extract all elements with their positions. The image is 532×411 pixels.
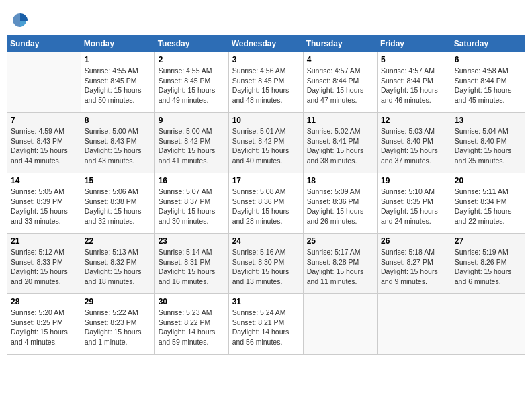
day-info: Sunrise: 5:10 AMSunset: 8:35 PMDaylight:… bbox=[381, 187, 447, 226]
day-number: 14 bbox=[11, 176, 77, 185]
calendar-cell: 27Sunrise: 5:19 AMSunset: 8:26 PMDayligh… bbox=[451, 234, 525, 294]
day-info: Sunrise: 5:00 AMSunset: 8:42 PMDaylight:… bbox=[159, 126, 225, 166]
weekday-header-tuesday: Tuesday bbox=[154, 36, 228, 52]
calendar-cell: 7Sunrise: 4:59 AMSunset: 8:43 PMDaylight… bbox=[7, 113, 81, 173]
weekday-header-monday: Monday bbox=[81, 36, 154, 52]
day-number: 21 bbox=[11, 236, 77, 246]
weekday-header-wednesday: Wednesday bbox=[228, 36, 303, 52]
day-info: Sunrise: 5:18 AMSunset: 8:27 PMDaylight:… bbox=[381, 247, 447, 287]
calendar-cell: 24Sunrise: 5:16 AMSunset: 8:30 PMDayligh… bbox=[228, 234, 303, 294]
calendar-week-row: 7Sunrise: 4:59 AMSunset: 8:43 PMDaylight… bbox=[7, 113, 525, 173]
day-number: 9 bbox=[159, 116, 225, 125]
day-number: 5 bbox=[381, 55, 447, 64]
day-number: 19 bbox=[381, 176, 447, 185]
day-info: Sunrise: 4:59 AMSunset: 8:43 PMDaylight:… bbox=[11, 126, 77, 166]
calendar-cell: 16Sunrise: 5:07 AMSunset: 8:37 PMDayligh… bbox=[154, 173, 228, 234]
day-info: Sunrise: 5:00 AMSunset: 8:43 PMDaylight:… bbox=[85, 126, 151, 166]
day-info: Sunrise: 5:12 AMSunset: 8:33 PMDaylight:… bbox=[11, 247, 77, 287]
day-number: 28 bbox=[11, 297, 77, 306]
calendar-cell: 11Sunrise: 5:02 AMSunset: 8:41 PMDayligh… bbox=[303, 113, 377, 173]
calendar-cell bbox=[451, 294, 525, 355]
day-number: 15 bbox=[85, 176, 151, 185]
calendar-cell: 17Sunrise: 5:08 AMSunset: 8:36 PMDayligh… bbox=[228, 173, 303, 234]
calendar-cell bbox=[7, 52, 81, 113]
weekday-header-friday: Friday bbox=[378, 36, 451, 52]
day-info: Sunrise: 4:57 AMSunset: 8:44 PMDaylight:… bbox=[307, 66, 373, 105]
calendar-cell: 18Sunrise: 5:09 AMSunset: 8:36 PMDayligh… bbox=[303, 173, 377, 234]
day-number: 25 bbox=[307, 236, 373, 246]
day-info: Sunrise: 5:07 AMSunset: 8:37 PMDaylight:… bbox=[159, 187, 225, 226]
day-info: Sunrise: 5:14 AMSunset: 8:31 PMDaylight:… bbox=[159, 247, 225, 287]
calendar-cell: 28Sunrise: 5:20 AMSunset: 8:25 PMDayligh… bbox=[7, 294, 81, 355]
day-info: Sunrise: 4:56 AMSunset: 8:45 PMDaylight:… bbox=[232, 66, 300, 105]
calendar-cell: 26Sunrise: 5:18 AMSunset: 8:27 PMDayligh… bbox=[378, 234, 451, 294]
calendar-cell: 10Sunrise: 5:01 AMSunset: 8:42 PMDayligh… bbox=[228, 113, 303, 173]
calendar-week-row: 1Sunrise: 4:55 AMSunset: 8:45 PMDaylight… bbox=[7, 52, 525, 113]
calendar-cell: 25Sunrise: 5:17 AMSunset: 8:28 PMDayligh… bbox=[303, 234, 377, 294]
calendar-cell bbox=[378, 294, 451, 355]
day-info: Sunrise: 5:02 AMSunset: 8:41 PMDaylight:… bbox=[307, 126, 373, 166]
calendar-table: SundayMondayTuesdayWednesdayThursdayFrid… bbox=[7, 35, 525, 355]
day-number: 7 bbox=[11, 116, 77, 125]
day-number: 24 bbox=[232, 236, 300, 246]
calendar-cell: 14Sunrise: 5:05 AMSunset: 8:39 PMDayligh… bbox=[7, 173, 81, 234]
day-info: Sunrise: 5:11 AMSunset: 8:34 PMDaylight:… bbox=[455, 187, 521, 226]
weekday-header-row: SundayMondayTuesdayWednesdayThursdayFrid… bbox=[7, 36, 525, 52]
logo-icon bbox=[11, 11, 30, 30]
calendar-cell: 4Sunrise: 4:57 AMSunset: 8:44 PMDaylight… bbox=[303, 52, 377, 113]
day-number: 4 bbox=[307, 55, 373, 64]
logo bbox=[9, 11, 30, 27]
day-number: 16 bbox=[159, 176, 225, 185]
calendar-cell: 23Sunrise: 5:14 AMSunset: 8:31 PMDayligh… bbox=[154, 234, 228, 294]
calendar-week-row: 28Sunrise: 5:20 AMSunset: 8:25 PMDayligh… bbox=[7, 294, 525, 355]
calendar-cell: 13Sunrise: 5:04 AMSunset: 8:40 PMDayligh… bbox=[451, 113, 525, 173]
day-number: 11 bbox=[307, 116, 373, 125]
day-number: 13 bbox=[455, 116, 521, 125]
calendar-cell: 30Sunrise: 5:23 AMSunset: 8:22 PMDayligh… bbox=[154, 294, 228, 355]
day-info: Sunrise: 5:05 AMSunset: 8:39 PMDaylight:… bbox=[11, 187, 77, 226]
day-number: 30 bbox=[159, 297, 225, 306]
day-number: 23 bbox=[159, 236, 225, 246]
day-number: 20 bbox=[455, 176, 521, 185]
day-info: Sunrise: 5:06 AMSunset: 8:38 PMDaylight:… bbox=[85, 187, 151, 226]
day-number: 18 bbox=[307, 176, 373, 185]
day-number: 3 bbox=[232, 55, 300, 64]
calendar-cell: 21Sunrise: 5:12 AMSunset: 8:33 PMDayligh… bbox=[7, 234, 81, 294]
calendar-cell: 20Sunrise: 5:11 AMSunset: 8:34 PMDayligh… bbox=[451, 173, 525, 234]
day-number: 27 bbox=[455, 236, 521, 246]
day-number: 26 bbox=[381, 236, 447, 246]
calendar-cell: 9Sunrise: 5:00 AMSunset: 8:42 PMDaylight… bbox=[154, 113, 228, 173]
calendar-cell: 2Sunrise: 4:55 AMSunset: 8:45 PMDaylight… bbox=[154, 52, 228, 113]
day-number: 22 bbox=[85, 236, 151, 246]
calendar-cell: 3Sunrise: 4:56 AMSunset: 8:45 PMDaylight… bbox=[228, 52, 303, 113]
day-info: Sunrise: 5:01 AMSunset: 8:42 PMDaylight:… bbox=[232, 126, 300, 166]
day-info: Sunrise: 5:20 AMSunset: 8:25 PMDaylight:… bbox=[11, 308, 77, 347]
day-info: Sunrise: 5:03 AMSunset: 8:40 PMDaylight:… bbox=[381, 126, 447, 166]
weekday-header-sunday: Sunday bbox=[7, 36, 81, 52]
weekday-header-saturday: Saturday bbox=[451, 36, 525, 52]
day-info: Sunrise: 5:09 AMSunset: 8:36 PMDaylight:… bbox=[307, 187, 373, 226]
day-info: Sunrise: 5:24 AMSunset: 8:21 PMDaylight:… bbox=[232, 308, 300, 347]
day-info: Sunrise: 4:57 AMSunset: 8:44 PMDaylight:… bbox=[381, 66, 447, 105]
calendar-cell: 6Sunrise: 4:58 AMSunset: 8:44 PMDaylight… bbox=[451, 52, 525, 113]
calendar-week-row: 14Sunrise: 5:05 AMSunset: 8:39 PMDayligh… bbox=[7, 173, 525, 234]
day-info: Sunrise: 4:55 AMSunset: 8:45 PMDaylight:… bbox=[159, 66, 225, 105]
calendar-cell: 1Sunrise: 4:55 AMSunset: 8:45 PMDaylight… bbox=[81, 52, 154, 113]
calendar-cell: 29Sunrise: 5:22 AMSunset: 8:23 PMDayligh… bbox=[81, 294, 154, 355]
calendar-week-row: 21Sunrise: 5:12 AMSunset: 8:33 PMDayligh… bbox=[7, 234, 525, 294]
day-info: Sunrise: 5:08 AMSunset: 8:36 PMDaylight:… bbox=[232, 187, 300, 226]
calendar-cell: 19Sunrise: 5:10 AMSunset: 8:35 PMDayligh… bbox=[378, 173, 451, 234]
day-info: Sunrise: 5:19 AMSunset: 8:26 PMDaylight:… bbox=[455, 247, 521, 287]
day-number: 12 bbox=[381, 116, 447, 125]
day-number: 31 bbox=[232, 297, 300, 306]
calendar-cell: 8Sunrise: 5:00 AMSunset: 8:43 PMDaylight… bbox=[81, 113, 154, 173]
day-info: Sunrise: 5:04 AMSunset: 8:40 PMDaylight:… bbox=[455, 126, 521, 166]
day-number: 2 bbox=[159, 55, 225, 64]
day-number: 6 bbox=[455, 55, 521, 64]
calendar-cell: 31Sunrise: 5:24 AMSunset: 8:21 PMDayligh… bbox=[228, 294, 303, 355]
calendar-cell: 22Sunrise: 5:13 AMSunset: 8:32 PMDayligh… bbox=[81, 234, 154, 294]
day-number: 10 bbox=[232, 116, 300, 125]
header bbox=[7, 7, 525, 31]
day-info: Sunrise: 5:23 AMSunset: 8:22 PMDaylight:… bbox=[159, 308, 225, 347]
day-number: 17 bbox=[232, 176, 300, 185]
